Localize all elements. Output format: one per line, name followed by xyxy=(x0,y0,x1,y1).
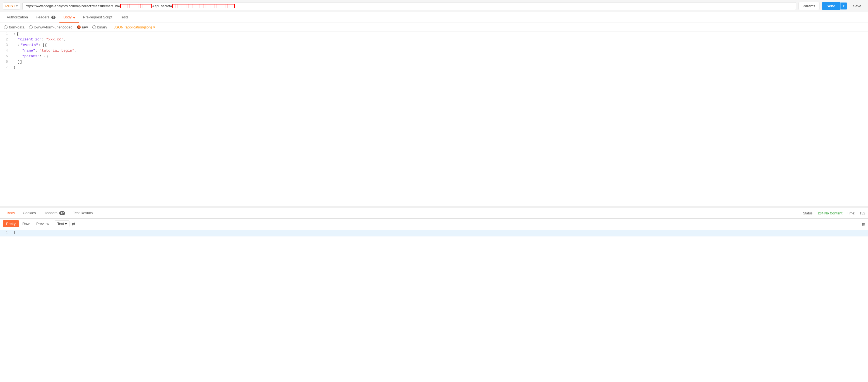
view-tab-preview[interactable]: Preview xyxy=(33,220,53,227)
method-label: POST xyxy=(5,4,15,8)
response-tab-cookies[interactable]: Cookies xyxy=(19,208,40,218)
response-tabs-bar: Body Cookies Headers 12 Test Results Sta… xyxy=(0,208,868,219)
send-button[interactable]: Send xyxy=(822,2,841,10)
url-mid2: &api_secret= xyxy=(152,4,172,8)
code-line-5: 5 "params": {} xyxy=(0,54,868,60)
code-line-7: 7 } xyxy=(0,65,868,71)
status-code: 204 No Content xyxy=(818,211,842,215)
url-prefix: https://www.google-analytics.com/mp/coll… xyxy=(25,4,120,8)
view-tab-raw[interactable]: Raw xyxy=(19,220,33,227)
url-end-redacted: ████████████████████████████ xyxy=(172,4,235,8)
response-format-select[interactable]: Text ▾ xyxy=(55,220,69,227)
top-bar: POST ▾ https://www.google-analytics.com/… xyxy=(0,0,868,12)
method-select[interactable]: POST ▾ xyxy=(3,2,20,9)
body-dot xyxy=(73,17,75,19)
code-line-3: 3 ▾"events": [{ xyxy=(0,43,868,49)
view-tab-pretty[interactable]: Pretty xyxy=(3,220,19,227)
tab-prerequest[interactable]: Pre-request Script xyxy=(79,12,116,23)
tab-headers[interactable]: Headers 1 xyxy=(32,12,59,23)
response-view-tabs: Pretty Raw Preview Text ▾ ⇄ ▦ xyxy=(0,219,868,229)
status-info: Status: 204 No Content Time: 132 xyxy=(803,211,865,215)
response-line-1: 1 | xyxy=(0,230,868,236)
response-headers-badge: 12 xyxy=(59,211,65,215)
tab-body[interactable]: Body xyxy=(59,12,79,23)
radio-urlencoded[interactable]: x-www-form-urlencoded xyxy=(29,25,72,29)
response-section: Body Cookies Headers 12 Test Results Sta… xyxy=(0,208,868,382)
time-label: Time: xyxy=(847,211,855,215)
wrap-icon[interactable]: ⇄ xyxy=(72,221,75,226)
code-line-1: 1 ▾{ xyxy=(0,32,868,37)
code-line-4: 4 "name": "tutorial_begin", xyxy=(0,49,868,54)
request-tabs: Authorization Headers 1 Body Pre-request… xyxy=(0,12,868,23)
copy-icon[interactable]: ▦ xyxy=(862,222,865,226)
response-tab-body[interactable]: Body xyxy=(3,208,19,218)
headers-badge: 1 xyxy=(51,15,56,19)
send-button-group: Send ▾ xyxy=(822,2,847,10)
json-format-select[interactable]: JSON (application/json) ▾ xyxy=(114,25,155,29)
response-body: 1 | xyxy=(0,229,868,382)
code-line-6: 6 }] xyxy=(0,60,868,65)
request-body-editor[interactable]: 1 ▾{ 2 "client_id": "xxx.cc", 3 ▾"events… xyxy=(0,32,868,206)
radio-raw[interactable]: raw xyxy=(77,25,88,29)
fold-icon-3[interactable]: ▾ xyxy=(18,43,20,47)
fold-icon-1[interactable]: ▾ xyxy=(13,32,16,36)
radio-binary[interactable]: binary xyxy=(92,25,107,29)
params-button[interactable]: Params xyxy=(799,2,819,10)
method-chevron: ▾ xyxy=(16,4,18,7)
tab-authorization[interactable]: Authorization xyxy=(3,12,32,23)
response-tab-test-results[interactable]: Test Results xyxy=(69,208,97,218)
radio-form-data[interactable]: form-data xyxy=(4,25,25,29)
url-mid-redacted: ██████████████ xyxy=(120,4,152,8)
status-label: Status: xyxy=(803,211,813,215)
url-bar[interactable]: https://www.google-analytics.com/mp/coll… xyxy=(22,2,796,10)
pane-divider[interactable] xyxy=(0,206,868,208)
body-type-selectors: form-data x-www-form-urlencoded raw bina… xyxy=(0,23,868,32)
send-dropdown-button[interactable]: ▾ xyxy=(840,2,847,9)
save-button[interactable]: Save xyxy=(849,2,865,10)
time-value: 132 xyxy=(860,211,865,215)
code-line-2: 2 "client_id": "xxx.cc", xyxy=(0,37,868,43)
tab-tests[interactable]: Tests xyxy=(116,12,132,23)
response-tab-headers[interactable]: Headers 12 xyxy=(40,208,69,218)
